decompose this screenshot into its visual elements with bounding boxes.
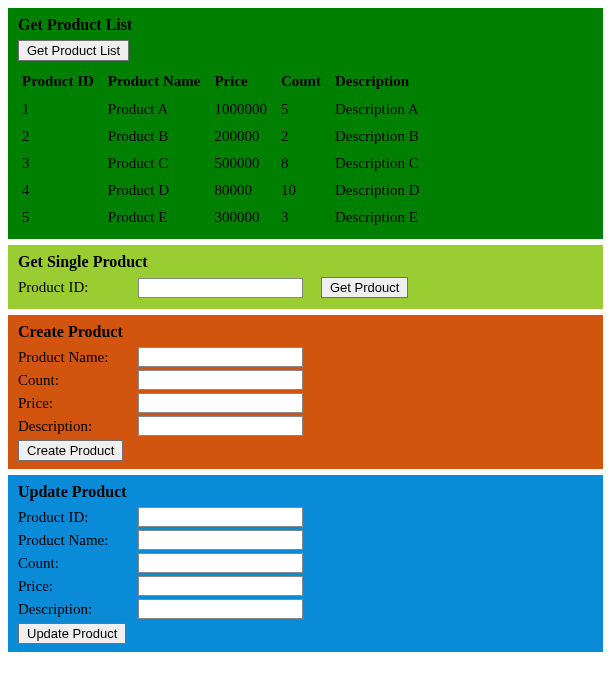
col-price: Price — [210, 69, 277, 96]
col-count: Count — [277, 69, 331, 96]
get-single-title: Get Single Product — [18, 253, 593, 271]
cell-count: 2 — [277, 123, 331, 150]
table-row: 3Product C5000008Description C — [18, 150, 430, 177]
table-row: 1Product A10000005Description A — [18, 96, 430, 123]
create-name-input[interactable] — [138, 347, 303, 367]
update-id-label: Product ID: — [18, 509, 138, 526]
cell-count: 3 — [277, 204, 331, 231]
cell-id: 1 — [18, 96, 104, 123]
table-row: 5Product E3000003Description E — [18, 204, 430, 231]
get-product-list-button[interactable]: Get Product List — [18, 40, 129, 61]
product-table: Product ID Product Name Price Count Desc… — [18, 69, 430, 231]
cell-price: 300000 — [210, 204, 277, 231]
update-name-input[interactable] — [138, 530, 303, 550]
update-product-button[interactable]: Update Product — [18, 623, 126, 644]
update-name-label: Product Name: — [18, 532, 138, 549]
cell-desc: Description E — [331, 204, 430, 231]
update-desc-input[interactable] — [138, 599, 303, 619]
create-desc-label: Description: — [18, 418, 138, 435]
create-price-label: Price: — [18, 395, 138, 412]
cell-price: 500000 — [210, 150, 277, 177]
cell-count: 5 — [277, 96, 331, 123]
col-product-id: Product ID — [18, 69, 104, 96]
cell-desc: Description C — [331, 150, 430, 177]
cell-count: 8 — [277, 150, 331, 177]
update-count-label: Count: — [18, 555, 138, 572]
update-price-label: Price: — [18, 578, 138, 595]
cell-desc: Description D — [331, 177, 430, 204]
get-single-id-label: Product ID: — [18, 279, 138, 296]
cell-desc: Description A — [331, 96, 430, 123]
update-price-input[interactable] — [138, 576, 303, 596]
create-name-label: Product Name: — [18, 349, 138, 366]
update-id-input[interactable] — [138, 507, 303, 527]
create-count-label: Count: — [18, 372, 138, 389]
cell-id: 4 — [18, 177, 104, 204]
cell-price: 80000 — [210, 177, 277, 204]
update-desc-label: Description: — [18, 601, 138, 618]
create-title: Create Product — [18, 323, 593, 341]
update-title: Update Product — [18, 483, 593, 501]
col-product-name: Product Name — [104, 69, 211, 96]
cell-count: 10 — [277, 177, 331, 204]
get-single-id-input[interactable] — [138, 278, 303, 298]
cell-id: 3 — [18, 150, 104, 177]
create-product-panel: Create Product Product Name: Count: Pric… — [8, 315, 603, 469]
get-product-list-panel: Get Product List Get Product List Produc… — [8, 8, 603, 239]
cell-desc: Description B — [331, 123, 430, 150]
cell-name: Product D — [104, 177, 211, 204]
cell-name: Product B — [104, 123, 211, 150]
cell-id: 2 — [18, 123, 104, 150]
create-desc-input[interactable] — [138, 416, 303, 436]
cell-id: 5 — [18, 204, 104, 231]
table-row: 4Product D8000010Description D — [18, 177, 430, 204]
create-count-input[interactable] — [138, 370, 303, 390]
cell-name: Product E — [104, 204, 211, 231]
table-row: 2Product B2000002Description B — [18, 123, 430, 150]
get-list-title: Get Product List — [18, 16, 593, 34]
col-description: Description — [331, 69, 430, 96]
cell-price: 1000000 — [210, 96, 277, 123]
create-product-button[interactable]: Create Product — [18, 440, 123, 461]
update-product-panel: Update Product Product ID: Product Name:… — [8, 475, 603, 652]
get-product-button[interactable]: Get Prdouct — [321, 277, 408, 298]
cell-name: Product C — [104, 150, 211, 177]
update-count-input[interactable] — [138, 553, 303, 573]
cell-name: Product A — [104, 96, 211, 123]
create-price-input[interactable] — [138, 393, 303, 413]
get-single-product-panel: Get Single Product Product ID: Get Prdou… — [8, 245, 603, 309]
cell-price: 200000 — [210, 123, 277, 150]
